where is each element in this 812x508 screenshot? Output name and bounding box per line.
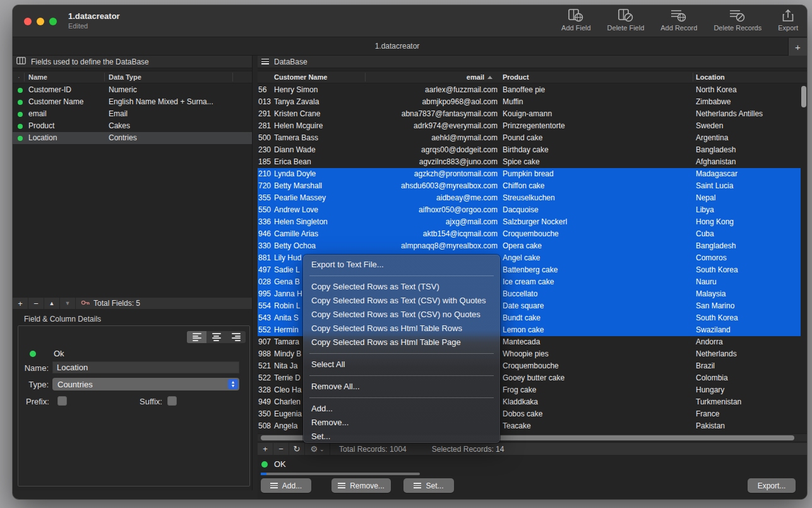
record-id: 552	[258, 325, 273, 334]
fields-type-column-header[interactable]: Data Type	[109, 73, 141, 81]
context-menu-item[interactable]: Copy Selected Rows as Html Table Rows	[303, 322, 500, 336]
delete-records-button[interactable]: Delete Records	[713, 9, 761, 32]
context-menu-item[interactable]: Copy Selected Rows as Text (TSV)	[303, 280, 500, 294]
record-id: 497	[258, 265, 273, 274]
context-menu-item[interactable]: Set...	[303, 430, 500, 444]
align-center-button[interactable]	[206, 331, 226, 343]
add-record-small-button[interactable]: +	[258, 443, 273, 455]
record-row[interactable]: 291 Kristen Crane abna7837@fantasymail.c…	[258, 108, 801, 120]
record-product: Ice cream cake	[503, 277, 554, 286]
field-type: Numeric	[109, 85, 137, 94]
context-menu-item[interactable]: Export to Text File...	[303, 258, 500, 272]
move-field-up-button[interactable]: ▲	[44, 298, 60, 309]
record-row[interactable]: 330 Betty Ochoa almpnaqq8@myrealbox.com …	[258, 240, 801, 252]
record-row[interactable]: 355 Pearlie Massey aidbeay@me.com Streus…	[258, 192, 801, 204]
close-window-button[interactable]	[24, 18, 32, 25]
window-title: 1.datacreator	[68, 11, 120, 21]
record-product: Dobos cake	[503, 409, 542, 418]
record-customer-name: Tanya Zavala	[274, 97, 319, 106]
record-row[interactable]: 550 Andrew Love aifhoxr050@orgoo.com Dac…	[258, 204, 801, 216]
field-row[interactable]: Location Contries	[13, 132, 252, 144]
record-id: 336	[258, 217, 273, 226]
minimize-window-button[interactable]	[37, 18, 44, 25]
delete-field-label: Delete Field	[607, 24, 645, 32]
add-records-button[interactable]: Add...	[261, 478, 311, 493]
record-row[interactable]: 281 Helen Mcguire adrk974@everymail.com …	[258, 120, 801, 132]
align-right-button[interactable]	[226, 331, 246, 343]
vertical-scrollbar-thumb[interactable]	[801, 86, 806, 107]
prefix-checkbox[interactable]	[57, 396, 67, 406]
document-tab[interactable]: 1.datacreator	[13, 37, 782, 55]
record-row[interactable]: 013 Tanya Zavala abmjkpo968@aol.com Muff…	[258, 96, 801, 108]
record-location: San Marino	[696, 301, 734, 310]
record-product: Pound cake	[503, 133, 542, 142]
export-records-button[interactable]: Export...	[748, 478, 796, 493]
settings-menu-button[interactable]: ⚙ ⌄	[305, 443, 330, 455]
fields-name-column-header[interactable]: Name	[28, 73, 47, 81]
zoom-window-button[interactable]	[49, 18, 57, 25]
fields-dot-column-header[interactable]: ·	[18, 73, 20, 81]
field-row[interactable]: Customer Name English Name Mixed + Surna…	[13, 96, 252, 108]
remove-records-button[interactable]: Remove...	[331, 478, 391, 493]
record-email: aehkl@mymail.com	[352, 133, 498, 142]
record-location: Argentina	[696, 133, 728, 142]
record-row[interactable]: 230 Diann Wade agrqs00@dodgeit.com Birth…	[258, 144, 801, 156]
field-row[interactable]: Customer-ID Numeric	[13, 84, 252, 96]
export-toolbar-button[interactable]: Export	[778, 9, 798, 32]
location-column-header[interactable]: Location	[696, 73, 725, 81]
add-field-small-button[interactable]: +	[13, 298, 28, 309]
add-records-button-label: Add...	[282, 481, 302, 490]
context-menu-item[interactable]: Copy Selected Rows as Html Table Page	[303, 336, 500, 349]
export-records-button-label: Export...	[758, 481, 786, 490]
record-location: Netherlands	[696, 349, 737, 358]
record-row[interactable]: 500 Tamera Bass aehkl@mymail.com Pound c…	[258, 132, 801, 144]
refresh-button[interactable]: ↻	[289, 443, 305, 455]
field-row[interactable]: Product Cakes	[13, 120, 252, 132]
record-id: 355	[258, 193, 273, 202]
record-row[interactable]: 336 Helen Singleton ajxg@mail.com Salzbu…	[258, 216, 801, 228]
record-customer-name: Helen Mcguire	[274, 121, 323, 130]
align-left-button[interactable]	[187, 331, 206, 343]
context-menu-item-label: Copy Selected Rows as Html Table Page	[311, 337, 461, 347]
context-menu-item[interactable]: Copy Selected Rows as Text (CSV) no Quot…	[303, 308, 500, 322]
add-record-label: Add Record	[660, 24, 697, 32]
context-menu-item[interactable]: Copy Selected Rows as Text (CSV) with Qu…	[303, 294, 500, 308]
record-location: Comoros	[696, 253, 727, 262]
delete-field-button[interactable]: Delete Field	[607, 9, 645, 32]
context-menu-item[interactable]: Remove All...	[303, 380, 500, 394]
record-row[interactable]: 946 Camille Arias aktb154@icqmail.com Cr…	[258, 228, 801, 240]
traffic-lights	[24, 18, 57, 25]
record-location: Libya	[696, 205, 714, 214]
total-fields-label: Total Fields: 5	[93, 299, 140, 308]
record-product: Croquembouche	[503, 229, 559, 238]
add-record-button[interactable]: Add Record	[660, 9, 697, 32]
product-column-header[interactable]: Product	[503, 73, 529, 81]
chevron-down-icon: ⌄	[319, 446, 325, 452]
add-tab-button[interactable]: +	[788, 38, 807, 56]
prefix-label: Prefix:	[26, 397, 49, 406]
set-records-button[interactable]: Set...	[403, 478, 454, 493]
context-menu-item[interactable]: Select All	[303, 358, 500, 372]
record-row[interactable]: 720 Betty Marshall ahsdu6003@myrealbox.c…	[258, 180, 801, 192]
customer-name-column-header[interactable]: Customer Name	[274, 73, 327, 81]
email-column-header[interactable]: email	[365, 73, 493, 81]
sort-ascending-icon	[487, 76, 493, 79]
field-row[interactable]: email Email	[13, 108, 252, 120]
remove-field-small-button[interactable]: −	[28, 298, 44, 309]
record-id: 185	[258, 157, 273, 166]
toolbar: Add Field Delete Field Add Record Delete…	[561, 9, 798, 32]
record-row[interactable]: 185 Erica Bean agvzilnc883@juno.com Spic…	[258, 156, 801, 168]
add-field-button[interactable]: Add Field	[561, 9, 590, 32]
record-row[interactable]: 56 Henry Simon aarlex@fuzzmail.com Banof…	[258, 84, 801, 96]
type-select[interactable]: Countries ▲▼	[52, 378, 239, 390]
suffix-checkbox[interactable]	[167, 396, 177, 406]
context-menu-item[interactable]: Add...	[303, 402, 500, 416]
field-name-input[interactable]	[52, 361, 239, 373]
context-menu-item[interactable]: Remove...	[303, 416, 500, 430]
add-field-label: Add Field	[561, 24, 590, 32]
record-row[interactable]: 210 Lynda Doyle agzkzh@prontomail.com Pu…	[258, 168, 801, 180]
record-customer-name: Cleo Ha	[274, 385, 301, 394]
move-field-down-button[interactable]: ▼	[60, 298, 76, 309]
record-product: Banoffee pie	[503, 85, 545, 94]
remove-record-small-button[interactable]: −	[273, 443, 289, 455]
